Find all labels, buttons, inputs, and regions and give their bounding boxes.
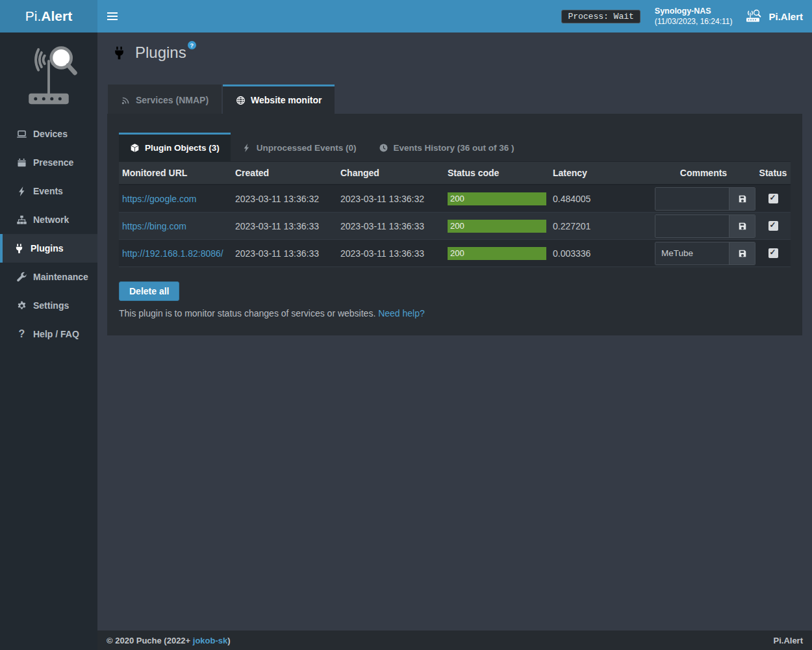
comment-input-group [655, 187, 755, 211]
sidebar-item-maintenance[interactable]: Maintenance [0, 263, 97, 291]
comment-input[interactable] [655, 215, 729, 237]
sidebar-item-presence[interactable]: Presence [0, 148, 97, 177]
host-time: (11/03/2023, 16:24:11) [655, 16, 733, 27]
sidebar-item-plugins[interactable]: Plugins [0, 234, 97, 263]
sidebar-item-label: Devices [33, 129, 68, 139]
delete-all-button[interactable]: Delete all [119, 281, 179, 301]
jokob-sk-link[interactable]: jokob-sk [193, 636, 227, 645]
status-code-bar: 200 [448, 247, 546, 260]
router-icon [745, 9, 763, 23]
sidebar-item-label: Network [33, 214, 69, 225]
brand-logo[interactable]: Pi.Alert [0, 0, 97, 32]
floppy-icon [738, 222, 747, 231]
floppy-icon [738, 249, 747, 258]
sidebar-item-label: Presence [33, 157, 73, 168]
sidebar-item-events[interactable]: Events [0, 177, 97, 205]
floppy-icon [738, 194, 747, 203]
sidebar: Devices Presence Events Network Plugins … [0, 32, 97, 650]
created-cell: 2023-03-11 13:36:33 [232, 221, 337, 231]
question-icon: ? [16, 328, 27, 340]
wrench-icon [16, 272, 27, 283]
tab-label: Unprocessed Events (0) [257, 143, 357, 153]
cube-icon [130, 143, 140, 153]
sidebar-item-label: Events [33, 186, 63, 196]
tab-services-nmap[interactable]: Services (NMAP) [108, 84, 222, 114]
save-comment-button[interactable] [729, 242, 755, 265]
app-label: Pi.Alert [768, 11, 803, 22]
plugin-description: This plugin is to monitor status changes… [119, 308, 791, 318]
bolt-icon [16, 186, 27, 197]
gear-icon [16, 300, 27, 311]
table-header-row: Monitored URL Created Changed Status cod… [119, 162, 791, 185]
comment-input[interactable] [655, 242, 729, 265]
sidebar-item-settings[interactable]: Settings [0, 291, 97, 320]
process-status-badge: Process: Wait [561, 10, 640, 23]
column-header-status-code: Status code [444, 168, 550, 178]
sidebar-item-label: Help / FAQ [33, 329, 79, 339]
latency-cell: 0.003336 [550, 248, 652, 259]
created-cell: 2023-03-11 13:36:33 [232, 248, 337, 259]
page-title: Plugins? [135, 44, 186, 62]
sidebar-item-label: Maintenance [33, 272, 88, 282]
changed-cell: 2023-03-11 13:36:32 [337, 194, 444, 204]
created-cell: 2023-03-11 13:36:32 [232, 194, 337, 204]
changed-cell: 2023-03-11 13:36:33 [337, 248, 444, 259]
sidebar-item-label: Settings [33, 300, 69, 311]
tab-label: Events History (36 out of 36 ) [394, 143, 514, 153]
comment-input[interactable] [655, 188, 729, 210]
tab-label: Plugin Objects (3) [145, 143, 220, 153]
monitored-url-link[interactable]: https://bing.com [122, 221, 186, 231]
status-checkbox[interactable] [768, 248, 778, 258]
laptop-icon [16, 129, 27, 140]
calendar-icon [16, 157, 27, 168]
sidebar-nav: Devices Presence Events Network Plugins … [0, 120, 97, 348]
tab-plugin-objects[interactable]: Plugin Objects (3) [119, 133, 231, 161]
tab-events-history[interactable]: Events History (36 out of 36 ) [368, 133, 526, 161]
hamburger-menu-icon[interactable] [97, 0, 127, 32]
plug-icon [112, 46, 127, 60]
status-checkbox[interactable] [768, 194, 778, 203]
monitored-url-link[interactable]: http://192.168.1.82:8086/ [122, 248, 223, 259]
latency-cell: 0.227201 [550, 221, 652, 231]
sidebar-item-help-faq[interactable]: ? Help / FAQ [0, 320, 97, 348]
column-header-latency: Latency [550, 168, 652, 178]
column-header-comments: Comments [652, 168, 755, 178]
column-header-status: Status [755, 168, 791, 178]
footer: © 2020 Puche (2022+ jokob-sk) Pi.Alert [97, 630, 812, 650]
tab-unprocessed-events[interactable]: Unprocessed Events (0) [231, 133, 368, 161]
column-header-changed: Changed [337, 168, 444, 178]
tab-website-monitor[interactable]: Website monitor [223, 84, 335, 114]
status-code-bar: 200 [448, 220, 546, 233]
latency-cell: 0.484005 [550, 194, 652, 204]
monitored-url-link[interactable]: https://google.com [122, 194, 196, 204]
sidebar-item-network[interactable]: Network [0, 205, 97, 234]
signal-icon [121, 96, 131, 105]
status-checkbox[interactable] [768, 221, 778, 231]
globe-icon [236, 96, 246, 105]
need-help-link[interactable]: Need help? [378, 308, 425, 318]
comment-input-group [655, 214, 755, 238]
table-row: https://google.com 2023-03-11 13:36:32 2… [119, 185, 791, 213]
footer-app-label: Pi.Alert [773, 636, 803, 645]
tab-label: Website monitor [251, 95, 322, 105]
plugin-subtabs: Plugin Objects (3) Unprocessed Events (0… [119, 133, 791, 162]
help-badge[interactable]: ? [188, 41, 196, 49]
plugin-objects-table: Monitored URL Created Changed Status cod… [119, 162, 791, 267]
sidebar-item-devices[interactable]: Devices [0, 120, 97, 148]
sitemap-icon [16, 214, 27, 226]
column-header-monitored-url: Monitored URL [119, 168, 232, 178]
host-name: Synology-NAS [655, 6, 733, 16]
brand-prefix: Pi. [25, 8, 42, 24]
page-header: Plugins? [97, 32, 812, 64]
main-content: Plugins? Services (NMAP) Website monitor… [97, 32, 812, 630]
website-monitor-panel: Plugin Objects (3) Unprocessed Events (0… [107, 114, 802, 335]
top-header-bar: Pi.Alert Process: Wait Synology-NAS (11/… [0, 0, 812, 32]
host-info: Synology-NAS (11/03/2023, 16:24:11) [655, 6, 733, 27]
clock-icon [379, 143, 388, 153]
plugin-tabs: Services (NMAP) Website monitor [108, 84, 812, 114]
table-row: https://bing.com 2023-03-11 13:36:33 202… [119, 213, 791, 240]
save-comment-button[interactable] [729, 188, 755, 210]
column-header-created: Created [232, 168, 337, 178]
save-comment-button[interactable] [729, 215, 755, 237]
comment-input-group [655, 242, 755, 265]
